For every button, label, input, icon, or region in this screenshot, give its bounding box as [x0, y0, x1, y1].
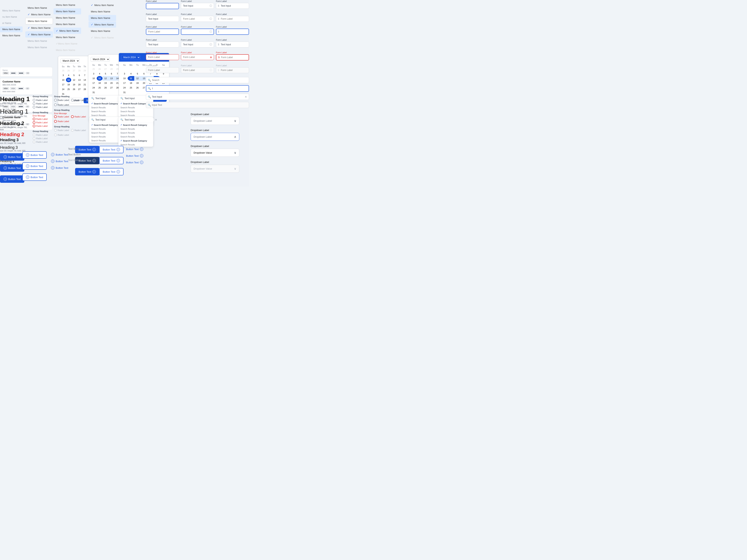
text-button-label[interactable]: Text Button: [68, 148, 81, 150]
form-input-active-2[interactable]: [146, 29, 179, 35]
radio-item[interactable]: Radio Label: [33, 102, 48, 105]
outline-icon-btn-3[interactable]: Button Text ⓘ: [99, 168, 124, 176]
text-button-1[interactable]: ⓘ Button Text: [50, 151, 69, 158]
form-label: Form Label: [146, 64, 179, 67]
text-button-3[interactable]: ⓘ Button Text: [50, 164, 69, 171]
menu-item[interactable]: ✓Menu Item Name: [25, 25, 53, 31]
form-input-dollar[interactable]: [216, 3, 249, 9]
menu-item[interactable]: Menu Item Name: [88, 28, 116, 34]
solid-button-1[interactable]: ⓘ Button Text: [0, 153, 24, 161]
button-text-1: Button Text: [8, 156, 21, 158]
radio-item-error[interactable]: Radio Label: [33, 118, 48, 121]
menu-item[interactable]: Menu Item Name: [88, 8, 116, 15]
outline-button-1[interactable]: ⓘ Button Text: [22, 151, 47, 159]
menu-item[interactable]: Menu Item Name: [53, 34, 81, 40]
search-field-filled[interactable]: [146, 94, 249, 100]
close-icon[interactable]: ✕: [155, 118, 157, 121]
text-button-2[interactable]: ⓘ Button Text: [50, 158, 69, 164]
text-icon-btn-3[interactable]: Button Text ⓘ: [125, 159, 144, 166]
menu-item[interactable]: ✓Menu Item Name: [88, 2, 116, 8]
menu-item[interactable]: Menu Item Name: [53, 2, 81, 8]
search-category[interactable]: ✓Search Result Category: [119, 139, 153, 143]
text-button-label-3[interactable]: Text Button: [68, 159, 81, 162]
month-select[interactable]: March 2024: [91, 57, 110, 62]
text-button-label-2[interactable]: Text Button: [68, 153, 81, 156]
menu-item-bordered[interactable]: Menu Item Name: [25, 18, 53, 24]
outline-icon-btn-1[interactable]: Button Text ⓘ: [99, 146, 124, 153]
radio-item[interactable]: Radio Label: [54, 99, 69, 102]
radio-item[interactable]: Radio Label: [71, 99, 86, 102]
form-label: Form Label: [146, 39, 179, 41]
solid-dark-btn-3[interactable]: Button Text ⓘ: [75, 168, 99, 176]
form-input-4[interactable]: [146, 42, 179, 48]
menu-item[interactable]: Menu Item Name: [0, 33, 23, 38]
form-input-error-icon[interactable]: [181, 54, 214, 60]
outline-icon-btn-2[interactable]: Button Text ⓘ: [99, 157, 124, 164]
radio-item-error[interactable]: Radio Label: [71, 115, 86, 118]
form-input-active[interactable]: [146, 3, 179, 9]
menu-item-highlighted[interactable]: Menu Item Name: [88, 15, 116, 21]
text-icon-btn-2[interactable]: Button Text ⓘ: [125, 153, 144, 159]
buttons-col-6: Button Text ⓘ Button Text ⓘ Button Text …: [125, 146, 144, 166]
form-label: Form Label: [146, 51, 179, 54]
menu-item[interactable]: Menu Item Name: [25, 38, 53, 44]
dropdown-select-4[interactable]: Dropdown Value ∨: [191, 165, 239, 173]
form-input-active-dollar[interactable]: [216, 29, 249, 35]
range-start-cell[interactable]: 11: [128, 76, 134, 81]
menu-item-highlighted[interactable]: Menu Item Name: [53, 8, 81, 15]
form-input-error-dollar[interactable]: [216, 55, 249, 60]
search-icon: 🔍: [148, 79, 151, 82]
menu-item-highlighted[interactable]: ✓Menu Item Name: [88, 21, 116, 28]
search-text-input[interactable]: [125, 118, 154, 121]
search-result-item[interactable]: Search Results: [119, 127, 153, 131]
button-text: Button Text: [56, 160, 68, 163]
month-select[interactable]: March 2024: [60, 58, 80, 63]
today-cell[interactable]: 11: [97, 76, 103, 81]
radio-item-error[interactable]: Radio Label: [33, 121, 48, 124]
search-result-item[interactable]: Search Results: [119, 135, 153, 139]
radio-item[interactable]: Radio Label: [54, 103, 69, 106]
form-input-normal[interactable]: [146, 16, 179, 22]
solid-button-3[interactable]: ⓘ Button Text: [0, 176, 24, 183]
radio-item-error[interactable]: Radio Label: [54, 115, 69, 118]
outline-button-2[interactable]: ⓘ Button Text: [22, 162, 47, 170]
search-field-default[interactable]: [146, 77, 249, 83]
dropdown-select-1[interactable]: Dropdown Label ∨: [191, 117, 239, 125]
text-icon-btn-1[interactable]: Button Text ⓘ: [125, 146, 144, 153]
menu-item[interactable]: Menu Item Name: [0, 8, 23, 14]
form-input-4-icon[interactable]: [181, 42, 214, 48]
form-input-text[interactable]: [181, 3, 214, 9]
menu-item[interactable]: ✓Menu Item Name: [88, 34, 116, 41]
month-select[interactable]: March 2024: [121, 55, 140, 60]
form-input-placeholder[interactable]: [181, 16, 214, 22]
clear-icon[interactable]: ✕: [245, 95, 247, 98]
menu-item[interactable]: Menu Item Name: [25, 44, 53, 50]
form-input-active-icon[interactable]: [181, 29, 214, 35]
menu-item-check[interactable]: ✓Menu Item Name: [25, 11, 53, 18]
search-field-active[interactable]: [146, 85, 249, 92]
menu-item-highlighted[interactable]: ✓Menu Item Name: [25, 31, 53, 37]
radio-item[interactable]: Radio Label: [33, 99, 48, 102]
radio-item-error[interactable]: Radio Label: [54, 120, 69, 123]
radio-item-error[interactable]: Radio Label: [33, 125, 48, 127]
form-input-4-dollar[interactable]: [216, 42, 249, 48]
form-input-dollar-ph[interactable]: [216, 16, 249, 22]
form-input-error[interactable]: [146, 54, 179, 60]
today-cell[interactable]: 11: [66, 78, 71, 82]
dropdown-select-2[interactable]: Dropdown Label ∧: [191, 133, 239, 141]
menu-item-highlighted[interactable]: ✓Menu Item Name: [53, 28, 81, 34]
menu-item-highlighted[interactable]: Menu Item Name: [0, 26, 23, 32]
menu-item[interactable]: nu Item Name: [0, 14, 23, 20]
dropdown-select-3[interactable]: Dropdown Value ∨: [191, 149, 239, 157]
search-result-item[interactable]: Search Results: [119, 131, 153, 135]
menu-item[interactable]: er Name: [0, 20, 23, 26]
search-result-item[interactable]: Search Results: [119, 109, 153, 113]
menu-item[interactable]: Menu Item Name: [53, 21, 81, 27]
solid-button-2[interactable]: ⓘ Button Text: [0, 164, 24, 172]
outline-button-3[interactable]: ⓘ Button Text: [22, 174, 47, 181]
radio-item[interactable]: Radio Label: [33, 106, 48, 108]
menu-item[interactable]: Menu Item Name: [53, 15, 81, 21]
search-category[interactable]: ✓Search Result Category: [119, 123, 153, 127]
info-icon: ⓘ: [117, 148, 120, 151]
menu-item[interactable]: Menu Item Name: [25, 5, 53, 11]
